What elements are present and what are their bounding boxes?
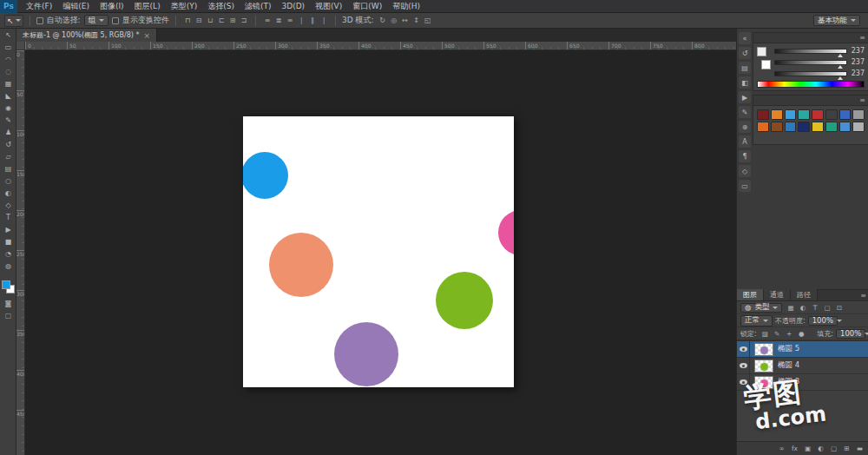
3d-scale-icon[interactable]: ◱ bbox=[423, 16, 433, 26]
style-preset-3[interactable] bbox=[785, 109, 797, 120]
layers-panel-tab-2[interactable]: 通道 bbox=[764, 289, 791, 300]
new-adjustment-layer-icon[interactable]: ◐ bbox=[815, 444, 826, 454]
path-selection-tool[interactable]: ▶ bbox=[0, 223, 16, 235]
foreground-background-colors[interactable] bbox=[2, 280, 15, 293]
distribute-bottom-edges-icon[interactable]: ≡ bbox=[285, 16, 295, 26]
delete-layer-icon[interactable]: ▬ bbox=[854, 444, 865, 454]
menu-item-10[interactable]: 窗口(W) bbox=[347, 0, 387, 13]
style-preset-7[interactable] bbox=[839, 109, 852, 120]
style-preset-14[interactable] bbox=[825, 122, 838, 132]
style-preset-13[interactable] bbox=[812, 122, 824, 132]
lock-position-icon[interactable]: + bbox=[784, 328, 795, 339]
auto-select-checkbox[interactable] bbox=[36, 17, 43, 24]
style-preset-5[interactable] bbox=[812, 109, 824, 120]
layer-row-1[interactable]: 椭圆 5 bbox=[737, 341, 868, 358]
menu-item-11[interactable]: 帮助(H) bbox=[387, 0, 425, 13]
background-color-swatch[interactable] bbox=[761, 60, 771, 69]
style-preset-6[interactable] bbox=[825, 109, 838, 120]
style-preset-11[interactable] bbox=[785, 122, 797, 132]
filter-pixel-layers-icon[interactable]: ▦ bbox=[785, 302, 796, 313]
align-right-edges-icon[interactable]: ⊐ bbox=[239, 16, 249, 26]
dodge-tool[interactable]: ◐ bbox=[0, 187, 16, 199]
style-preset-10[interactable] bbox=[771, 122, 783, 132]
style-preset-2[interactable] bbox=[771, 109, 783, 120]
add-layer-mask-icon[interactable]: ▣ bbox=[802, 444, 813, 454]
align-left-edges-icon[interactable]: ⊏ bbox=[216, 16, 227, 26]
filter-type-layers-icon[interactable]: T bbox=[809, 302, 820, 313]
blur-tool[interactable]: ○ bbox=[0, 175, 16, 187]
foreground-color-swatch[interactable] bbox=[2, 280, 10, 289]
expand-panels-icon[interactable]: « bbox=[739, 32, 751, 44]
fill-value-dropdown[interactable]: 100% bbox=[836, 329, 865, 339]
brush-panel-icon[interactable]: ✎ bbox=[739, 106, 751, 118]
distribute-left-edges-icon[interactable]: ∣ bbox=[296, 16, 306, 26]
history-brush-tool[interactable]: ↺ bbox=[0, 138, 16, 150]
crop-tool[interactable]: ▦ bbox=[0, 77, 16, 89]
menu-item-7[interactable]: 滤镜(T) bbox=[240, 0, 277, 13]
hand-tool[interactable]: ◔ bbox=[0, 247, 16, 260]
menu-item-8[interactable]: 3D(D) bbox=[276, 0, 310, 13]
type-tool[interactable]: T bbox=[0, 211, 16, 223]
color-slider-g[interactable] bbox=[774, 60, 847, 65]
menu-item-3[interactable]: 图像(I) bbox=[95, 0, 129, 13]
style-preset-16[interactable] bbox=[852, 122, 865, 132]
style-preset-1[interactable] bbox=[757, 109, 769, 120]
new-group-icon[interactable]: ▢ bbox=[828, 444, 839, 454]
workspace-switcher[interactable]: 基本功能 bbox=[813, 15, 860, 26]
color-slider-b[interactable] bbox=[774, 71, 847, 76]
distribute-right-edges-icon[interactable]: ∣ bbox=[319, 16, 329, 26]
clone-source-panel-icon[interactable]: ⊕ bbox=[739, 121, 751, 133]
panel-menu-icon[interactable]: ≡ bbox=[860, 292, 868, 300]
menu-item-4[interactable]: 图层(L) bbox=[129, 0, 166, 13]
rectangular-marquee-tool[interactable]: ▭ bbox=[0, 41, 16, 53]
3d-pan-icon[interactable]: ↔ bbox=[400, 16, 411, 26]
layers-panel-tab-1[interactable]: 图层 bbox=[737, 289, 764, 300]
filter-smart-objects-icon[interactable]: ⊡ bbox=[833, 302, 845, 313]
layer-visibility-toggle[interactable] bbox=[737, 374, 750, 391]
ruler-origin-corner[interactable] bbox=[16, 42, 25, 50]
filter-shape-layers-icon[interactable]: ▢ bbox=[821, 302, 832, 313]
menu-item-2[interactable]: 编辑(E) bbox=[57, 0, 95, 13]
style-preset-12[interactable] bbox=[798, 122, 810, 132]
menu-item-6[interactable]: 选择(S) bbox=[202, 0, 240, 13]
distribute-vertical-centers-icon[interactable]: ≣ bbox=[273, 16, 284, 26]
lock-all-icon[interactable]: ● bbox=[796, 328, 807, 339]
foreground-color-swatch[interactable] bbox=[757, 47, 766, 56]
lock-image-icon[interactable]: ✎ bbox=[772, 328, 783, 339]
layer-style-icon[interactable]: fx bbox=[789, 444, 800, 454]
quick-selection-tool[interactable]: ◌ bbox=[0, 65, 16, 77]
ellipse-5-purple[interactable] bbox=[334, 322, 398, 386]
menu-item-5[interactable]: 类型(Y) bbox=[166, 0, 203, 13]
opacity-value-dropdown[interactable]: 100% bbox=[808, 316, 838, 326]
vertical-ruler[interactable]: 050100150200250300350400450 bbox=[16, 50, 25, 455]
canvas-area[interactable] bbox=[25, 50, 736, 455]
document-tab[interactable]: 未标题-1 @ 100%(椭圆 5, RGB/8) * × bbox=[16, 29, 157, 42]
eraser-tool[interactable]: ▱ bbox=[0, 150, 16, 162]
style-preset-4[interactable] bbox=[798, 109, 810, 120]
style-preset-15[interactable] bbox=[839, 122, 852, 132]
info-panel-icon[interactable]: ◧ bbox=[739, 76, 751, 89]
show-transform-controls-checkbox[interactable] bbox=[112, 17, 119, 24]
slider-thumb-icon[interactable] bbox=[838, 76, 843, 80]
menu-item-1[interactable]: 文件(F) bbox=[21, 0, 57, 13]
quick-mask-mode-icon[interactable]: ◙ bbox=[0, 297, 16, 309]
brush-tool[interactable]: ✎ bbox=[0, 114, 16, 126]
ellipse-4-green[interactable] bbox=[436, 272, 493, 329]
paragraph-panel-icon[interactable]: ¶ bbox=[739, 150, 751, 162]
pen-tool[interactable]: ◇ bbox=[0, 199, 16, 211]
eyedropper-tool[interactable]: ◣ bbox=[0, 89, 16, 102]
color-slider-r[interactable] bbox=[774, 49, 847, 54]
distribute-top-edges-icon[interactable]: ≡ bbox=[262, 16, 273, 26]
filter-adjustment-layers-icon[interactable]: ◐ bbox=[797, 302, 808, 313]
gradient-tool[interactable]: ▤ bbox=[0, 162, 16, 175]
slider-thumb-icon[interactable] bbox=[838, 54, 843, 57]
panel-menu-icon[interactable]: ≡ bbox=[859, 34, 865, 43]
move-tool[interactable]: ↖ bbox=[0, 29, 16, 41]
style-preset-8[interactable] bbox=[852, 109, 865, 120]
screen-mode-icon[interactable]: ▢ bbox=[0, 309, 16, 321]
layer-filter-type-dropdown[interactable]: ◍ 类型 bbox=[740, 303, 782, 313]
align-top-edges-icon[interactable]: ⊓ bbox=[182, 16, 193, 26]
character-panel-icon[interactable]: A bbox=[739, 135, 751, 148]
distribute-horizontal-centers-icon[interactable]: ∥ bbox=[307, 16, 318, 26]
align-horizontal-centers-icon[interactable]: ⊞ bbox=[227, 16, 238, 26]
